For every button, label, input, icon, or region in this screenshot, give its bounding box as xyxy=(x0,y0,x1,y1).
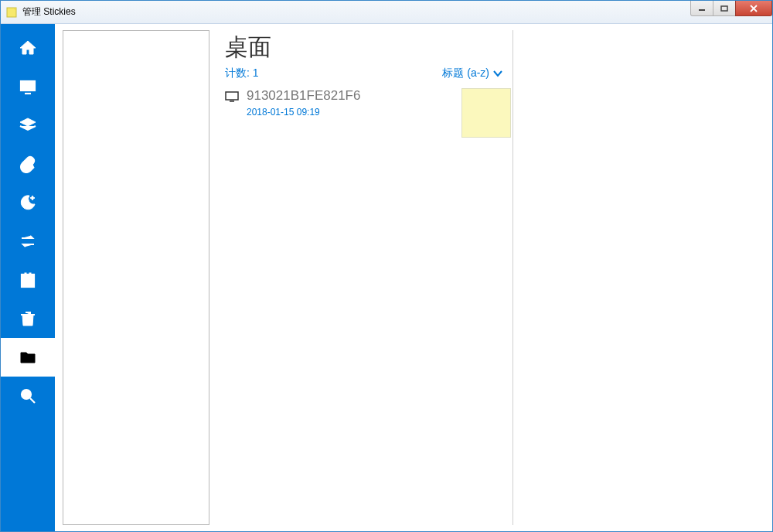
search-icon xyxy=(19,387,37,405)
chevron-down-icon xyxy=(492,68,503,79)
sidebar-item-search[interactable] xyxy=(1,377,55,415)
count-label: 计数: 1 xyxy=(225,66,259,80)
note-title: 913021B1FE821F6 xyxy=(247,88,360,104)
svg-rect-2 xyxy=(721,6,727,11)
svg-rect-6 xyxy=(29,273,31,276)
svg-rect-1 xyxy=(699,9,705,11)
sort-label-text: 标题 (a-z) xyxy=(442,66,489,80)
panel-divider[interactable] xyxy=(512,30,513,525)
note-thumbnail xyxy=(461,88,511,138)
sidebar-item-desktop[interactable] xyxy=(1,67,55,106)
trash-icon xyxy=(19,309,37,328)
sidebar-item-home[interactable] xyxy=(1,29,55,67)
svg-point-7 xyxy=(22,390,31,399)
sidebar-item-recur[interactable] xyxy=(1,222,55,261)
sidebar-item-trash[interactable] xyxy=(1,299,55,338)
page-title: 桌面 xyxy=(225,32,513,63)
archive-icon xyxy=(19,271,37,289)
content: 桌面 计数: 1 标题 (a-z) 913021B1FE821F6 2018-0… xyxy=(1,24,772,531)
sidebar-item-folder[interactable] xyxy=(1,338,55,377)
sort-dropdown[interactable]: 标题 (a-z) xyxy=(442,66,503,80)
svg-rect-4 xyxy=(22,275,34,287)
repeat-icon xyxy=(19,232,37,251)
note-row[interactable]: 913021B1FE821F6 2018-01-15 09:19 xyxy=(225,88,511,138)
svg-rect-3 xyxy=(21,81,35,90)
app-icon xyxy=(5,6,18,19)
sidebar-item-stack[interactable] xyxy=(1,106,55,145)
note-text: 913021B1FE821F6 2018-01-15 09:19 xyxy=(247,88,360,118)
svg-rect-8 xyxy=(226,92,238,100)
window-controls xyxy=(691,1,772,16)
svg-rect-5 xyxy=(25,273,26,276)
monitor-icon xyxy=(225,88,239,118)
note-info: 913021B1FE821F6 2018-01-15 09:19 xyxy=(225,88,454,118)
close-button[interactable] xyxy=(735,1,772,16)
tree-panel[interactable] xyxy=(63,30,209,525)
window-title: 管理 Stickies xyxy=(22,5,76,19)
note-date: 2018-01-15 09:19 xyxy=(247,107,360,118)
preview-panel xyxy=(513,24,772,531)
sidebar-item-attach[interactable] xyxy=(1,145,55,183)
folder-icon xyxy=(19,348,37,367)
sidebar xyxy=(1,24,55,531)
header-row: 计数: 1 标题 (a-z) xyxy=(225,66,503,80)
titlebar: 管理 Stickies xyxy=(1,1,772,24)
paperclip-icon xyxy=(19,155,37,173)
sidebar-item-store[interactable] xyxy=(1,261,55,299)
minimize-button[interactable] xyxy=(690,1,713,16)
maximize-button[interactable] xyxy=(713,1,736,16)
main-panel: 桌面 计数: 1 标题 (a-z) 913021B1FE821F6 2018-0… xyxy=(209,24,513,531)
monitor-icon xyxy=(19,77,37,96)
moon-icon xyxy=(19,193,37,212)
sidebar-item-sleep[interactable] xyxy=(1,183,55,222)
home-icon xyxy=(19,39,37,57)
layers-icon xyxy=(19,116,37,135)
